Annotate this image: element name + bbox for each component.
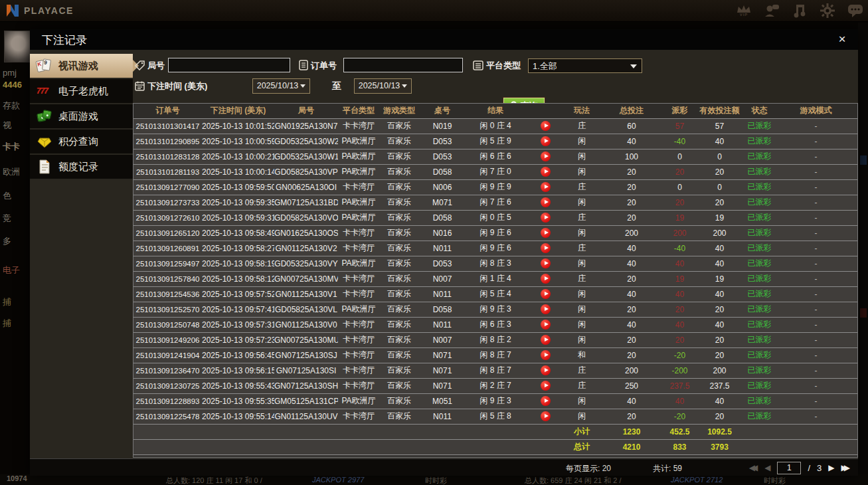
replay-video-icon[interactable] bbox=[541, 167, 551, 177]
background-bottom-stats-right: 总人数: 659 庄 24 闲 21 和 2 / bbox=[525, 476, 622, 485]
page-count: 3 bbox=[817, 463, 822, 473]
replay-video-icon[interactable] bbox=[541, 197, 551, 207]
total-count-label: 共计: 59 bbox=[653, 463, 682, 474]
date-to-picker[interactable]: 2025/10/13 bbox=[354, 78, 412, 94]
platform-type-select[interactable]: 1.全部 bbox=[528, 58, 642, 73]
replay-video-icon[interactable] bbox=[541, 304, 551, 314]
sidebar-item-quota-records[interactable]: 额度记录 bbox=[30, 155, 133, 179]
order-number-input[interactable] bbox=[343, 58, 463, 72]
replay-video-icon[interactable] bbox=[541, 136, 551, 146]
table-body: 251013101301417 2025-10-13 10:01:52 GN01… bbox=[133, 118, 857, 424]
replay-video-icon[interactable] bbox=[541, 396, 551, 406]
table-row: 251013091249206 2025-10-13 09:57:23 GN00… bbox=[133, 332, 857, 347]
col-game-mode: 游戏模式 bbox=[774, 104, 857, 118]
replay-video-icon[interactable] bbox=[541, 411, 551, 421]
total-valid-bet: 3793 bbox=[695, 439, 744, 454]
col-round-id: 局号 bbox=[274, 104, 338, 118]
last-page-icon[interactable]: ▶▶ bbox=[841, 461, 850, 474]
background-hall-eu: 欧洲 bbox=[3, 166, 20, 178]
customer-service-icon[interactable] bbox=[763, 2, 780, 19]
sidebar-item-label: 额度记录 bbox=[58, 161, 98, 173]
sidebar-item-slots[interactable]: 777 电子老虎机 bbox=[30, 79, 133, 103]
replay-video-icon[interactable] bbox=[541, 151, 551, 161]
prev-page-icon[interactable]: ◀ bbox=[764, 461, 770, 474]
table-row: 251013091272610 2025-10-13 09:59:31 GD05… bbox=[133, 210, 857, 225]
table-row: 251013101301417 2025-10-13 10:01:52 GN01… bbox=[133, 118, 857, 134]
table-row: 251013091252570 2025-10-13 09:57:41 GD05… bbox=[133, 302, 857, 317]
list-icon bbox=[473, 60, 483, 72]
col-bet-time: 下注时间 (美东) bbox=[202, 104, 274, 118]
first-page-icon[interactable]: ◀◀ bbox=[749, 461, 758, 474]
dominoes-icon bbox=[37, 108, 52, 124]
replay-video-icon[interactable] bbox=[541, 213, 551, 223]
next-page-icon[interactable]: ▶ bbox=[828, 461, 834, 474]
background-deposit: 存款 bbox=[3, 100, 20, 112]
replay-video-icon[interactable] bbox=[541, 121, 551, 131]
table-row: 251013101290895 2025-10-13 10:00:59 GD05… bbox=[133, 134, 857, 149]
background-bottom-number: 10974 bbox=[7, 474, 27, 482]
replay-video-icon[interactable] bbox=[541, 335, 551, 345]
col-status: 状态 bbox=[744, 104, 774, 118]
background-username: pmj bbox=[3, 68, 17, 78]
bet-records-table: 订单号 下注时间 (美东) 局号 平台类型 游戏类型 桌号 结果 玩法 总投注 … bbox=[133, 103, 858, 458]
music-icon[interactable] bbox=[791, 2, 808, 19]
filter-panel: 局号 订单号 平台类型 1.全部 下注 bbox=[133, 50, 858, 103]
round-number-label: 局号 bbox=[135, 60, 165, 72]
col-platform: 平台类型 bbox=[338, 104, 379, 118]
total-row: 总计 4210 833 3793 bbox=[133, 439, 857, 454]
chat-icon[interactable] bbox=[847, 2, 864, 19]
subtotal-valid-bet: 1092.5 bbox=[695, 424, 744, 439]
playing-cards-icon: K9 bbox=[37, 58, 52, 74]
calendar-icon bbox=[135, 81, 145, 93]
table-row: 251013091230725 2025-10-13 09:55:43 GN07… bbox=[133, 378, 857, 393]
dialog-title: 下注记录 bbox=[42, 33, 87, 48]
replay-video-icon[interactable] bbox=[541, 243, 551, 253]
col-order-id: 订单号 bbox=[133, 104, 202, 118]
sidebar-item-video-games[interactable]: K9 视讯游戏 bbox=[30, 54, 133, 78]
col-result: 结果 bbox=[466, 104, 525, 118]
vip-icon[interactable]: VIP bbox=[735, 2, 752, 19]
replay-video-icon[interactable] bbox=[541, 381, 551, 391]
clipboard-icon bbox=[299, 60, 308, 72]
sidebar-item-label: 积分查询 bbox=[58, 136, 98, 148]
background-lottery-left: 时时彩 bbox=[425, 476, 447, 485]
replay-video-icon[interactable] bbox=[541, 258, 551, 268]
platform-type-value: 1.全部 bbox=[533, 61, 557, 71]
table-row: 251013091257840 2025-10-13 09:58:12 GN00… bbox=[133, 271, 857, 286]
background-jackpot-right: JACKPOT 2712 bbox=[671, 476, 723, 484]
bet-time-label: 下注时间 (美东) bbox=[135, 80, 207, 93]
sidebar-item-points-query[interactable]: 积分查询 bbox=[30, 130, 133, 153]
col-game-type: 游戏类型 bbox=[379, 104, 419, 118]
replay-video-icon[interactable] bbox=[541, 350, 551, 360]
settings-gear-icon[interactable] bbox=[819, 2, 836, 19]
table-header: 订单号 下注时间 (美东) 局号 平台类型 游戏类型 桌号 结果 玩法 总投注 … bbox=[133, 104, 857, 118]
replay-video-icon[interactable] bbox=[541, 182, 551, 192]
round-number-input[interactable] bbox=[168, 58, 290, 72]
background-slots: 电子 bbox=[3, 264, 20, 276]
replay-video-icon[interactable] bbox=[541, 320, 551, 330]
background-bottom-strip: 10974 总人数: 120 庄 11 闲 17 和 0 / JACKPOT 2… bbox=[0, 474, 868, 485]
replay-video-icon[interactable] bbox=[541, 274, 551, 284]
table-row: 251013091236470 2025-10-13 09:56:15 GN07… bbox=[133, 363, 857, 378]
order-number-label: 订单号 bbox=[299, 60, 337, 72]
background-lottery-right: 时时彩 bbox=[764, 476, 786, 485]
col-valid-bet: 有效投注额 bbox=[695, 104, 744, 118]
dialog-sidebar: K9 视讯游戏 777 电子老虎机 桌面游戏 积分查询 bbox=[30, 54, 133, 180]
background-bottom-stats-left: 总人数: 120 庄 11 闲 17 和 0 / bbox=[166, 476, 262, 485]
page-number-input[interactable] bbox=[777, 462, 801, 474]
sidebar-item-table-games[interactable]: 桌面游戏 bbox=[30, 104, 133, 128]
gem-icon bbox=[37, 134, 52, 149]
background-hall-kk: 卡卡 bbox=[3, 141, 20, 153]
page-separator: / bbox=[808, 463, 810, 473]
close-icon[interactable]: × bbox=[834, 31, 850, 47]
document-icon bbox=[37, 159, 52, 175]
background-fishing-2: 捕 bbox=[3, 318, 11, 330]
replay-video-icon[interactable] bbox=[541, 365, 551, 375]
replay-video-icon[interactable] bbox=[541, 289, 551, 299]
chevron-down-icon bbox=[300, 84, 305, 88]
replay-video-icon[interactable] bbox=[541, 228, 551, 238]
table-row: 251013091254536 2025-10-13 09:57:52 GN01… bbox=[133, 286, 857, 302]
platform-type-label: 平台类型 bbox=[473, 60, 521, 72]
brand-text: PLAYACE bbox=[24, 5, 74, 16]
date-from-picker[interactable]: 2025/10/13 bbox=[252, 78, 310, 94]
